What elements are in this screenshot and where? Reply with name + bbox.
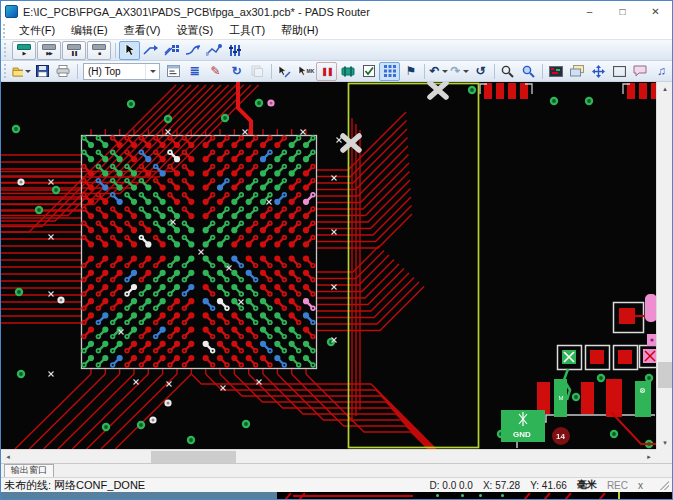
menu-file[interactable]: 文件(F) — [11, 22, 63, 39]
separator — [115, 43, 116, 58]
paste-button-disabled — [247, 62, 268, 81]
board-view-icon — [549, 66, 563, 77]
vertical-scrollbar[interactable]: ▴ ▾ — [656, 82, 672, 449]
menu-bar: 文件(F) 编辑(E) 查看(V) 设置(S) 工具(T) 帮助(H) — [1, 22, 672, 40]
sliver-trace — [543, 492, 550, 499]
flag-button[interactable]: ⚑ — [400, 62, 421, 81]
speech-bubble-icon — [633, 65, 647, 77]
open-button[interactable] — [11, 62, 32, 81]
cursor-arrow-icon — [124, 43, 136, 57]
save-button[interactable] — [32, 62, 53, 81]
scroll-down-icon[interactable]: ▾ — [657, 436, 673, 449]
menu-setup[interactable]: 设置(S) — [168, 22, 221, 39]
resize-grip[interactable] — [659, 480, 669, 490]
undo-button[interactable]: ↶ — [428, 62, 449, 81]
route-interactive-button[interactable] — [140, 41, 161, 60]
status-units[interactable]: 毫米 — [577, 478, 597, 492]
horizontal-scrollbar[interactable]: ◂ ▸ — [1, 449, 656, 463]
tooltip-button[interactable] — [630, 62, 651, 81]
route-options-button[interactable] — [224, 41, 245, 60]
checkbox-check-icon — [363, 65, 375, 77]
pause-red-icon: ❚❚ — [321, 67, 332, 76]
menu-help[interactable]: 帮助(H) — [273, 22, 326, 39]
grid-icon — [384, 65, 396, 77]
route-bus-icon — [164, 44, 180, 56]
layer-selector-value: (H) Top — [88, 66, 121, 77]
pause-routing-button[interactable]: ❚❚ — [316, 62, 337, 81]
rotate-icon: ↺ — [475, 65, 485, 77]
print-button[interactable] — [53, 62, 74, 81]
board-outline-button[interactable] — [609, 62, 630, 81]
status-x: X: 57.28 — [483, 480, 520, 491]
netlist-button[interactable]: ≣ — [184, 62, 205, 81]
select-mode-button[interactable] — [119, 41, 140, 60]
properties-button[interactable] — [163, 62, 184, 81]
rotate-button[interactable]: ↺ — [470, 62, 491, 81]
component-button[interactable] — [337, 62, 358, 81]
open-folder-icon — [12, 65, 23, 77]
route-interactive-icon — [143, 44, 159, 56]
autoroute-play-button[interactable]: ▶ — [12, 41, 36, 60]
chevron-down-icon — [145, 64, 159, 79]
autoroute-step-button[interactable]: ▶▶ — [37, 41, 61, 60]
layers-button[interactable] — [567, 62, 588, 81]
pan-button[interactable] — [588, 62, 609, 81]
output-window-tab[interactable]: 输出窗口 — [4, 464, 54, 477]
menu-edit[interactable]: 编辑(E) — [63, 22, 116, 39]
separator — [424, 64, 425, 79]
layer-selector[interactable]: (H) Top — [83, 63, 160, 80]
sliver-taskbar-fragment — [1, 492, 277, 499]
scroll-right-icon[interactable]: ▸ — [642, 450, 656, 464]
status-y: Y: 41.66 — [530, 480, 567, 491]
zoom-area-button[interactable] — [518, 62, 539, 81]
autoroute-stop-button[interactable]: ■ — [87, 41, 111, 60]
horizontal-scroll-thumb[interactable] — [151, 451, 236, 463]
route-sketch-icon — [206, 44, 222, 56]
pads-router-window: E:\IC_PCB\FPGA_AX301\PADS_PCB\fpga_ax301… — [0, 0, 673, 500]
undo-icon: ↶ — [429, 65, 439, 77]
grid-button[interactable] — [379, 62, 400, 81]
app-icon — [5, 5, 18, 18]
magnifier-area-icon — [522, 65, 535, 78]
verify-button[interactable]: ✎ — [205, 62, 226, 81]
log-button[interactable]: ♫ — [651, 62, 672, 81]
redo-icon: ↷ — [450, 65, 460, 77]
refresh-button[interactable]: ↻ — [226, 62, 247, 81]
bottom-window-sliver — [1, 492, 672, 499]
maximize-button[interactable]: □ — [606, 1, 639, 22]
cursor-route-button[interactable] — [274, 62, 295, 81]
scrollbar-corner — [656, 449, 672, 463]
cursor-mk-button[interactable]: MK — [295, 62, 316, 81]
route-dynamic-button[interactable] — [182, 41, 203, 60]
close-button[interactable]: ✕ — [639, 1, 672, 22]
menu-view[interactable]: 查看(V) — [116, 22, 169, 39]
refresh-icon: ↻ — [231, 65, 241, 77]
printer-icon — [56, 65, 70, 77]
pcb-canvas[interactable] — [1, 82, 656, 449]
minimize-button[interactable]: – — [573, 1, 606, 22]
scroll-up-icon[interactable]: ▴ — [657, 82, 673, 95]
floppy-icon — [36, 65, 49, 77]
sliver-via — [461, 494, 464, 497]
sliver-trace — [293, 495, 413, 497]
list-icon: ≣ — [189, 65, 199, 77]
route-bus-button[interactable] — [161, 41, 182, 60]
sliver-via — [501, 494, 504, 497]
board-outline-icon — [613, 66, 626, 77]
route-dynamic-icon — [185, 44, 201, 56]
flag-icon: ⚑ — [406, 65, 417, 77]
board-view-button[interactable] — [546, 62, 567, 81]
redo-button[interactable]: ↷ — [449, 62, 470, 81]
zoom-button[interactable] — [497, 62, 518, 81]
window-title: E:\IC_PCB\FPGA_AX301\PADS_PCB\fpga_ax301… — [23, 6, 573, 18]
status-message: 未布的线: 网络CONF_DONE — [4, 478, 145, 493]
vertical-scroll-thumb[interactable] — [658, 362, 672, 388]
autoroute-pause-button[interactable]: ❚❚ — [62, 41, 86, 60]
menu-tools[interactable]: 工具(T) — [221, 22, 273, 39]
check-rules-button[interactable] — [358, 62, 379, 81]
route-sketch-button[interactable] — [203, 41, 224, 60]
status-suffix: x — [638, 480, 643, 491]
sliver-trace — [598, 492, 605, 499]
scroll-left-icon[interactable]: ◂ — [1, 450, 15, 464]
docked-tab-row: 输出窗口 — [1, 463, 672, 477]
